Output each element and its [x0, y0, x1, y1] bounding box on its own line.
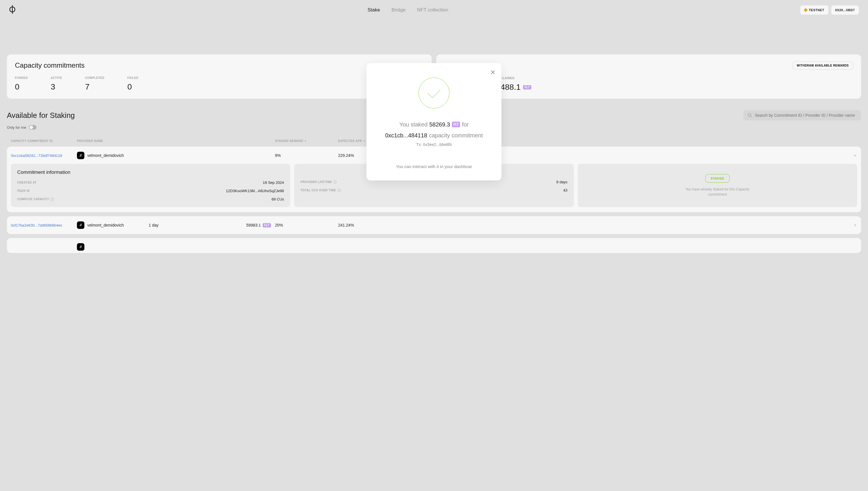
close-icon [491, 70, 495, 75]
tx-line: Tx: 0x3ee2...bbe8f4 [375, 142, 493, 147]
modal-message: You staked 58269.3 FLT for 0xc1cb...4841… [375, 120, 493, 140]
modal-hint: You can interact with it in your dashboa… [375, 164, 493, 169]
close-button[interactable] [491, 69, 495, 76]
success-modal: You staked 58269.3 FLT for 0xc1cb...4841… [367, 63, 501, 180]
flt-badge: FLT [452, 122, 460, 127]
success-check-icon [418, 78, 450, 108]
modal-overlay[interactable]: You staked 58269.3 FLT for 0xc1cb...4841… [0, 0, 868, 268]
